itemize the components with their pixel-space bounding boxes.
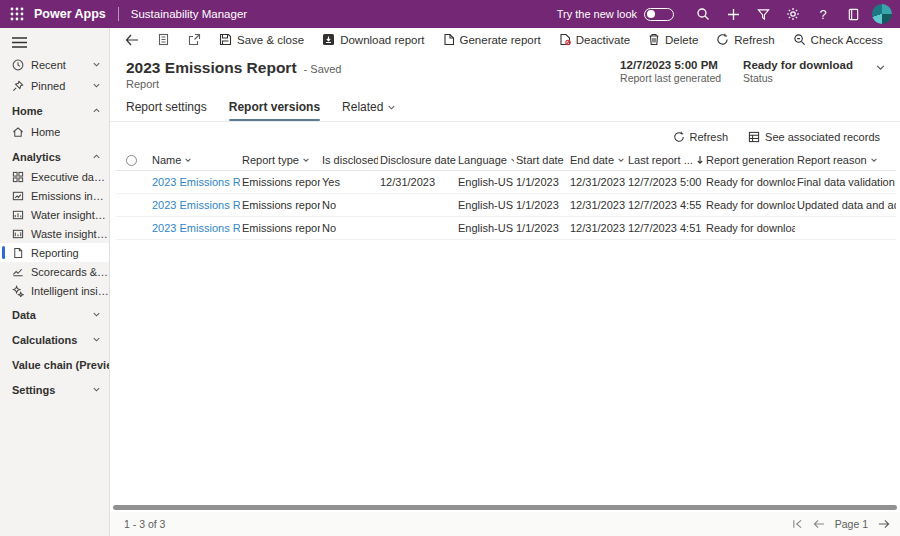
add-icon[interactable] <box>718 0 748 28</box>
open-in-new-window-button[interactable] <box>179 28 210 51</box>
chevron-down-icon <box>92 310 101 319</box>
download-icon <box>322 33 335 46</box>
document-icon <box>443 33 455 46</box>
column-header-report-reason[interactable]: Report reason <box>795 154 896 166</box>
help-icon[interactable]: ? <box>808 0 838 28</box>
column-header-name[interactable]: Name <box>150 154 240 166</box>
column-header-report-type[interactable]: Report type <box>240 154 320 166</box>
chevron-up-icon <box>92 152 101 161</box>
record-tabs: Report settings Report versions Related <box>110 90 900 122</box>
sidebar-group-analytics[interactable]: Analytics <box>0 146 109 167</box>
cell-report-type: Emissions report <box>240 199 320 211</box>
sidebar-group-data[interactable]: Data <box>0 304 109 325</box>
top-app-bar: Power Apps Sustainability Manager Try th… <box>0 0 900 28</box>
record-link[interactable]: 2023 Emissions Report <box>152 199 240 211</box>
search-icon[interactable] <box>688 0 718 28</box>
delete-button[interactable]: Delete <box>639 28 707 51</box>
back-button[interactable] <box>116 28 148 51</box>
sidebar-group-calculations[interactable]: Calculations <box>0 329 109 350</box>
cell-start-date: 1/1/2023 <box>514 222 568 234</box>
save-close-button[interactable]: Save & close <box>210 28 313 51</box>
column-header-report-generation[interactable]: Report generation ... <box>704 154 795 166</box>
next-page-button[interactable] <box>878 519 890 529</box>
saved-status: - Saved <box>304 63 342 75</box>
cell-is-disclosed: No <box>320 199 378 211</box>
column-header-language[interactable]: Language <box>456 154 514 166</box>
sidebar-item-intelligent-insights[interactable]: Intelligent insights (p... <box>0 281 109 300</box>
table-row[interactable]: 2023 Emissions Report Emissions report Y… <box>116 171 896 194</box>
sidebar-item-label: Recent <box>31 59 85 71</box>
sidebar-item-pinned[interactable]: Pinned <box>0 75 109 96</box>
sidebar-nav: Recent Pinned Home Home Analytics Execut… <box>0 28 110 536</box>
previous-page-button[interactable] <box>813 519 825 529</box>
sidebar-item-water-insights[interactable]: Water insights (previ... <box>0 205 109 224</box>
grid-refresh-button[interactable]: Refresh <box>665 128 737 146</box>
tab-related[interactable]: Related <box>342 100 396 121</box>
cell-end-date: 12/31/2023 <box>568 176 626 188</box>
chevron-down-icon <box>387 103 396 112</box>
chevron-down-icon <box>92 335 101 344</box>
refresh-button[interactable]: Refresh <box>707 28 783 51</box>
page-title: 2023 Emissions Report <box>126 59 297 77</box>
sidebar-item-recent[interactable]: Recent <box>0 54 109 75</box>
bar-chart-icon <box>12 209 24 221</box>
download-report-button[interactable]: Download report <box>313 28 433 51</box>
sidebar-group-settings[interactable]: Settings <box>0 379 109 400</box>
cell-report-generation: Ready for download <box>704 222 795 234</box>
chevron-down-icon <box>92 60 101 69</box>
sidebar-item-executive-dashboard[interactable]: Executive dashboard <box>0 167 109 186</box>
product-name[interactable]: Power Apps <box>34 7 106 21</box>
column-header-disclosure-date[interactable]: Disclosure date <box>378 154 456 166</box>
cell-report-generation: Ready for download <box>704 199 795 211</box>
dashboard-icon <box>12 171 24 183</box>
cell-last-report: 12/7/2023 4:51 PM <box>626 222 704 234</box>
cell-start-date: 1/1/2023 <box>514 176 568 188</box>
column-header-end-date[interactable]: End date <box>568 154 626 166</box>
horizontal-scrollbar[interactable] <box>113 505 897 510</box>
sidebar-item-label: Pinned <box>31 80 85 92</box>
bar-chart-icon <box>12 228 24 240</box>
grid-header-row: Name Report type Is disclosed Disclosure… <box>116 150 896 171</box>
select-all-radio[interactable] <box>116 155 150 166</box>
first-page-button[interactable] <box>792 519 803 529</box>
generate-report-button[interactable]: Generate report <box>434 28 550 51</box>
column-header-start-date[interactable]: Start date <box>514 154 568 166</box>
sidebar-item-emissions-insights[interactable]: Emissions insights <box>0 186 109 205</box>
sidebar-collapse-icon[interactable] <box>0 28 109 54</box>
tab-report-versions[interactable]: Report versions <box>229 100 320 121</box>
table-row[interactable]: 2023 Emissions Report Emissions report N… <box>116 194 896 217</box>
table-row[interactable]: 2023 Emissions Report Emissions report N… <box>116 217 896 240</box>
record-link[interactable]: 2023 Emissions Report <box>152 222 240 234</box>
cell-report-reason: Updated data and added ... <box>795 199 896 211</box>
settings-gear-icon[interactable] <box>778 0 808 28</box>
filter-icon[interactable] <box>748 0 778 28</box>
record-header: 2023 Emissions Report - Saved Report 12/… <box>110 51 900 90</box>
see-associated-records-button[interactable]: See associated records <box>740 128 888 146</box>
associated-records-icon <box>748 131 760 143</box>
grid-toolbar: Refresh See associated records <box>110 122 900 150</box>
tab-report-settings[interactable]: Report settings <box>126 100 207 121</box>
record-link[interactable]: 2023 Emissions Report <box>152 176 240 188</box>
form-selector-button[interactable] <box>148 28 179 51</box>
guide-book-icon[interactable] <box>838 0 868 28</box>
sidebar-group-home[interactable]: Home <box>0 100 109 121</box>
waffle-menu-icon[interactable] <box>0 0 34 28</box>
cell-end-date: 12/31/2023 <box>568 199 626 211</box>
page-indicator: Page 1 <box>835 518 868 530</box>
sidebar-item-scorecards-goals[interactable]: Scorecards & goals <box>0 262 109 281</box>
clock-icon <box>12 59 24 71</box>
check-access-button[interactable]: Check Access <box>784 28 892 51</box>
deactivate-button[interactable]: Deactivate <box>550 28 639 51</box>
header-collapse-chevron[interactable] <box>875 62 886 73</box>
assign-button[interactable]: Assign <box>892 28 900 51</box>
new-look-toggle[interactable] <box>644 8 674 21</box>
user-avatar[interactable] <box>872 4 892 24</box>
sidebar-item-home[interactable]: Home <box>0 121 109 142</box>
column-header-is-disclosed[interactable]: Is disclosed <box>320 154 378 166</box>
column-header-last-report[interactable]: Last report ... <box>626 154 704 166</box>
sidebar-item-waste-insights[interactable]: Waste insights (previ... <box>0 224 109 243</box>
app-name[interactable]: Sustainability Manager <box>131 8 247 20</box>
refresh-icon <box>716 33 729 46</box>
sidebar-group-value-chain[interactable]: Value chain (Preview) <box>0 354 109 375</box>
sidebar-item-reporting[interactable]: Reporting <box>0 243 109 262</box>
